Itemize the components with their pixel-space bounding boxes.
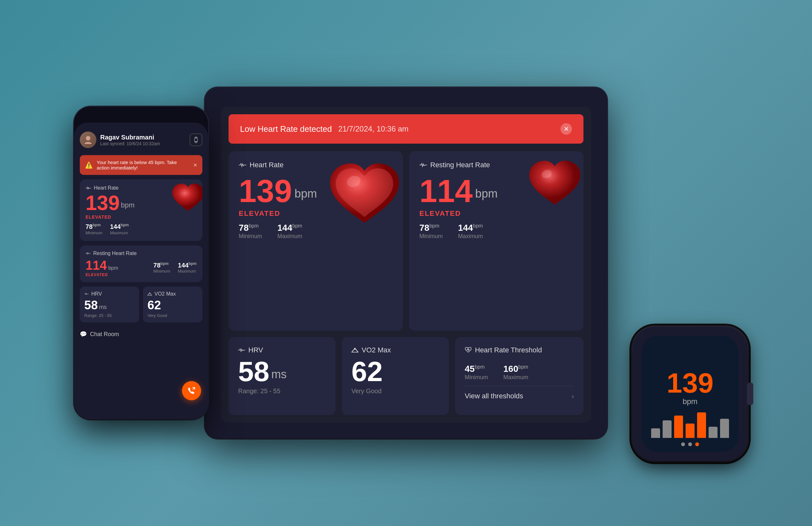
resting-hr-unit: bpm bbox=[475, 187, 497, 201]
avatar bbox=[80, 132, 97, 148]
hrv-value: 58 bbox=[238, 357, 270, 385]
phone-rhr-value: 114 bbox=[86, 258, 107, 272]
rhr-max-stat: 144bpm Maximum bbox=[458, 223, 483, 240]
heart-illustration-rhr bbox=[523, 156, 583, 214]
heart-rate-card: Heart Rate 139 bpm ELEVATED 78bpm Minimu… bbox=[229, 151, 403, 331]
vo2-card: VO2 Max 62 Very Good bbox=[342, 337, 449, 415]
phone-hr-unit: bpm bbox=[121, 201, 135, 209]
rhr-min-label: Minimum bbox=[419, 233, 443, 240]
hr-min-label: Minimum bbox=[239, 233, 262, 240]
svg-point-4 bbox=[86, 136, 90, 141]
watch-page-dot bbox=[688, 442, 692, 446]
threshold-max-stat: 160bpm Maximum bbox=[503, 364, 528, 381]
phone-rhr-unit: bpm bbox=[108, 265, 118, 271]
watch-screen: 139 bpm bbox=[641, 336, 739, 452]
resting-hr-stats: 78bpm Minimum 144bpm Maximum bbox=[419, 223, 573, 240]
threshold-title-text: Heart Rate Threshold bbox=[475, 346, 542, 354]
phone-rhr-min-label: Minimum bbox=[154, 269, 171, 274]
threshold-min-stat: 45bpm Minimum bbox=[465, 364, 488, 381]
resting-heart-rate-card: Resting Heart Rate 114 bpm ELEVATED 78bp… bbox=[409, 151, 583, 331]
phone-vo2-title: VO2 Max bbox=[147, 291, 198, 297]
svg-rect-6 bbox=[195, 137, 197, 138]
waveform-icon-rhr bbox=[419, 162, 427, 168]
watch-bar bbox=[663, 420, 671, 438]
rhr-min-stat: 78bpm Minimum bbox=[419, 223, 443, 240]
phone-hr-status: ELEVATED bbox=[86, 215, 197, 220]
phone-hr-max-val: 144bpm bbox=[110, 223, 129, 231]
watch-bar bbox=[686, 424, 695, 438]
watch-bar-chart bbox=[651, 409, 729, 438]
phone-screen: Ragav Subramani Last synced: 10/6/24 10:… bbox=[74, 122, 208, 419]
phone-hr-stats: 78bpm Minimum 144bpm Maximum bbox=[86, 223, 197, 235]
phone-call-icon bbox=[187, 386, 196, 395]
tablet-screen: Low Heart Rate detected 21/7/2024, 10:36… bbox=[221, 107, 591, 423]
hrv-title-text: HRV bbox=[248, 346, 263, 354]
watch-bpm-value: 139 bbox=[667, 369, 714, 397]
watch-page-dot bbox=[681, 442, 685, 446]
phone-hrv-unit: ms bbox=[99, 304, 106, 310]
phone-resting-hr-card: Resting Heart Rate 114 bpm ELEVATED 78bp… bbox=[80, 246, 202, 282]
view-thresholds-button[interactable]: View all thresholds › bbox=[465, 386, 574, 406]
phone-header: Ragav Subramani Last synced: 10/6/24 10:… bbox=[80, 129, 202, 151]
svg-rect-5 bbox=[194, 138, 197, 142]
watch-device: 139 bpm bbox=[633, 327, 748, 461]
watch-icon bbox=[193, 136, 199, 143]
chatroom-label: Chat Room bbox=[90, 331, 119, 338]
tablet-device: Low Heart Rate detected 21/7/2024, 10:36… bbox=[205, 87, 607, 439]
phone-call-fab[interactable] bbox=[182, 381, 201, 400]
phone-hrv-waveform bbox=[84, 292, 89, 295]
threshold-min-label: Minimum bbox=[465, 374, 488, 381]
phone-heart-illustration bbox=[171, 182, 202, 215]
avatar-icon bbox=[83, 135, 93, 145]
hr-max-value: 144bpm bbox=[277, 223, 302, 233]
heart-rate-value: 139 bbox=[239, 175, 292, 207]
phone-chatroom[interactable]: 💬 Chat Room bbox=[80, 327, 202, 341]
phone-rhr-max: 144bpm Maximum bbox=[178, 261, 197, 274]
alert-triangle-icon: ⚠️ bbox=[85, 161, 93, 169]
phone-rhr-waveform bbox=[86, 251, 91, 255]
hrv-title: HRV bbox=[238, 346, 326, 354]
threshold-card: Heart Rate Threshold 45bpm Minimum bbox=[455, 337, 583, 415]
phone-rhr-min: 78bpm Minimum bbox=[154, 261, 171, 274]
vo2-title: VO2 Max bbox=[351, 346, 439, 354]
phone-hrv-card: HRV 58 ms Range: 25 - 55 bbox=[80, 287, 139, 323]
threshold-min-value: 45bpm bbox=[465, 364, 488, 374]
resting-hr-title-text: Resting Heart Rate bbox=[430, 161, 490, 169]
phone-rhr-value-group: 114 bpm ELEVATED bbox=[86, 258, 118, 277]
hr-max-stat: 144bpm Maximum bbox=[277, 223, 302, 240]
watch-bpm-label: bpm bbox=[683, 397, 698, 406]
watch-bar bbox=[720, 419, 729, 438]
watch-crown bbox=[747, 383, 753, 405]
alert-banner: Low Heart Rate detected 21/7/2024, 10:36… bbox=[229, 114, 583, 144]
user-name: Ragav Subramani bbox=[100, 134, 160, 141]
hr-max-label: Maximum bbox=[277, 233, 302, 240]
phone-rhr-row: 114 bpm ELEVATED 78bpm Minimum 144bpm Ma… bbox=[86, 258, 197, 277]
threshold-values: 45bpm Minimum 160bpm Maximum bbox=[465, 364, 574, 381]
last-synced: Last synced: 10/6/24 10:32am bbox=[100, 141, 160, 146]
vo2-icon bbox=[351, 348, 359, 353]
alert-time: 21/7/2024, 10:36 am bbox=[338, 125, 408, 133]
watch-status-icon bbox=[190, 133, 202, 146]
watch-page-dot bbox=[695, 442, 699, 446]
rhr-max-value: 144bpm bbox=[458, 223, 483, 233]
phone-vo2-title-text: VO2 Max bbox=[155, 291, 176, 297]
phone-hrv-range: Range: 25 - 55 bbox=[84, 313, 135, 318]
phone-rhr-min-val: 78bpm bbox=[154, 261, 171, 269]
phone-vo2-card: VO2 Max 62 Very Good bbox=[143, 287, 202, 323]
phone-vo2-value: 62 bbox=[147, 298, 161, 312]
phone-alert-banner: ⚠️ Your heart rate is below 45 bpm. Take… bbox=[80, 155, 202, 175]
phone-rhr-max-val: 144bpm bbox=[178, 261, 197, 269]
heart-illustration-hr bbox=[320, 158, 403, 234]
phone-hr-min-val: 78bpm bbox=[86, 223, 102, 231]
alert-close-button[interactable]: ✕ bbox=[561, 123, 572, 135]
phone-hrv-title-text: HRV bbox=[91, 291, 102, 297]
hrv-waveform-icon bbox=[238, 348, 245, 353]
vo2-quality: Very Good bbox=[351, 388, 439, 395]
phone-hr-value: 139 bbox=[86, 193, 120, 213]
threshold-heart-icon bbox=[465, 347, 472, 353]
phone-alert-close[interactable]: ✕ bbox=[193, 162, 197, 168]
phone-hrv-value: 58 bbox=[84, 299, 98, 312]
phone-vo2-icon bbox=[147, 292, 152, 296]
phone-rhr-max-label: Maximum bbox=[178, 269, 197, 274]
phone-device: Ragav Subramani Last synced: 10/6/24 10:… bbox=[74, 107, 208, 419]
